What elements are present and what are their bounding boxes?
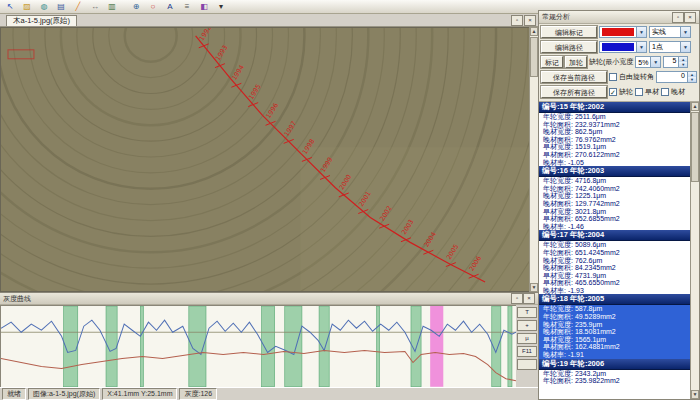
line-style-combo[interactable]: 实线 ▼ [649, 26, 691, 38]
point-color-combo[interactable]: ▼ [599, 41, 647, 53]
save-icon[interactable]: ▤ [53, 0, 69, 13]
tree-ring-image[interactable]: 1992199319941995199619971998199920002001… [1, 28, 529, 291]
fit-tool-button[interactable]: F11 [517, 346, 537, 357]
ring-entry-header[interactable]: 编号:16 年轮:2003 [539, 166, 690, 177]
pan-tool-button[interactable]: + [517, 320, 537, 331]
ring-entry-header[interactable]: 编号:18 年轮:2005 [539, 294, 690, 305]
palette-icon[interactable]: ◧ [196, 0, 212, 13]
scrollbar-thumb[interactable] [530, 37, 538, 77]
ruler-icon[interactable]: ↔ [87, 0, 103, 13]
free-angle-checkbox[interactable]: 自由旋转角 [609, 72, 654, 82]
chevron-down-icon[interactable]: ▼ [680, 27, 690, 37]
analysis-pin-button[interactable]: ▫ [672, 12, 684, 23]
ring-measurement-row: 晚材率: -1.46 [539, 223, 690, 231]
ring-measurement-row: 早材面积: 270.6122mm2 [539, 151, 690, 159]
ring-entry-header[interactable]: 编号:19 年轮:2006 [539, 359, 690, 370]
scroll-up-icon[interactable]: ▲ [691, 102, 699, 111]
ring-measurement-row: 早材面积: 162.4881mm2 [539, 343, 690, 351]
checkbox-缺轮[interactable]: ✓缺轮 [609, 87, 633, 97]
ring-measurement-row: 年轮宽度: 4716.8μm [539, 177, 690, 185]
image-vertical-scrollbar[interactable]: ▲ ▼ [529, 27, 538, 292]
spin-down-icon[interactable]: ▼ [688, 77, 696, 82]
ring-measurement-row: 晚材面积: 84.2345mm2 [539, 264, 690, 272]
checkbox-icon[interactable]: ✓ [609, 88, 617, 96]
status-segment: X:41.1mm Y:25.1mm [102, 388, 177, 400]
checkbox-晚材[interactable]: 晚材 [661, 87, 685, 97]
scrollbar-thumb[interactable] [691, 112, 699, 182]
ring-entry-header[interactable]: 编号:15 年轮:2002 [539, 102, 690, 113]
ring-entry[interactable]: 编号:15 年轮:2002年轮宽度: 2511.6μm年轮面积: 232.937… [539, 102, 690, 166]
checkbox-早材[interactable]: 早材 [635, 87, 659, 97]
checkbox-label: 缺轮 [619, 87, 633, 97]
line-style-value: 实线 [650, 27, 680, 37]
threshold-tool-button[interactable]: T [517, 307, 537, 318]
ring-measurement-row: 年轮面积: 235.9822mm2 [539, 377, 690, 385]
ring-measurement-row: 早材宽度: 1519.1μm [539, 143, 690, 151]
checkbox-icon[interactable] [609, 73, 617, 81]
micron-tool-button[interactable]: µ [517, 333, 537, 344]
chevron-down-icon[interactable]: ▼ [636, 42, 646, 52]
checkbox-label: 晚材 [671, 87, 685, 97]
layers-icon[interactable]: ≡ [179, 0, 195, 13]
gray-curve-panel: 灰度曲线 ▫ × T+µF11 ◀ ▶ [0, 292, 538, 390]
missing-ring-percent-combo[interactable]: 5% ▼ [635, 56, 661, 68]
circle-tool-icon[interactable]: ○ [145, 0, 161, 13]
ring-entry[interactable]: 编号:19 年轮:2006年轮宽度: 2343.2μm年轮面积: 235.982… [539, 359, 690, 385]
scroll-down-icon[interactable]: ▼ [691, 390, 699, 399]
more-dropdown-icon[interactable]: ▾ [213, 0, 229, 13]
panel-close-icon[interactable]: × [523, 293, 535, 304]
analysis-close-icon[interactable]: × [684, 12, 696, 23]
pin-button[interactable]: ▫ [511, 15, 523, 26]
wood-image-view[interactable]: 1992199319941995199619971998199920002001… [0, 27, 529, 292]
spin-down-icon[interactable]: ▼ [679, 62, 687, 67]
open-folder-icon[interactable]: ▨ [19, 0, 35, 13]
ring-entry[interactable]: 编号:16 年轮:2003年轮宽度: 4716.8μm年轮面积: 742.406… [539, 166, 690, 230]
pencil-icon[interactable]: ╱ [70, 0, 86, 13]
save-all-paths-button[interactable]: 保存所有路径 [541, 86, 607, 98]
text-tool-icon[interactable]: A [162, 0, 178, 13]
missing-ring-spinner[interactable]: 5 ▲▼ [663, 56, 688, 68]
missing-ring-percent-value: 5% [636, 59, 650, 66]
globe-icon[interactable]: ◍ [36, 0, 52, 13]
ring-measurement-row: 晚材率: -1.05 [539, 159, 690, 167]
gray-curve-title: 灰度曲线 [3, 294, 31, 304]
scroll-down-icon[interactable]: ▼ [530, 283, 538, 292]
close-icon[interactable]: × [524, 15, 536, 26]
ring-measurement-row: 早材宽度: 1565.1μm [539, 336, 690, 344]
edit-path-button[interactable]: 编辑路径 [541, 41, 597, 53]
ring-entry[interactable]: 编号:18 年轮:2005年轮宽度: 587.8μm年轮面积: 49.5289m… [539, 294, 690, 358]
edit-mark-button[interactable]: 编辑标记 [541, 26, 597, 38]
chevron-down-icon[interactable]: ▼ [636, 27, 646, 37]
scroll-up-icon[interactable]: ▲ [530, 27, 538, 36]
ring-measurement-row: 年轮面积: 651.4245mm2 [539, 249, 690, 257]
free-angle-spinner[interactable]: 0 ▲▼ [656, 71, 697, 83]
gray-curve-chart[interactable] [1, 306, 516, 387]
ring-entry-header[interactable]: 编号:17 年轮:2004 [539, 230, 690, 241]
line-color-swatch [602, 28, 634, 36]
mark-button[interactable]: 标记 [541, 56, 563, 68]
document-tab[interactable]: 木a-1-5.jpg(原始) [6, 15, 77, 26]
panel-pin-button[interactable]: ▫ [511, 293, 523, 304]
ring-measurement-row: 晚材宽度: 1225.1μm [539, 192, 690, 200]
ring-entry[interactable]: 编号:17 年轮:2004年轮宽度: 5089.6μm年轮面积: 651.424… [539, 230, 690, 294]
status-segment: 就绪 [2, 388, 26, 400]
status-segment: 图像:a-1-5.jpg(原始) [28, 388, 100, 400]
checkbox-icon[interactable] [661, 88, 669, 96]
checkbox-icon[interactable] [635, 88, 643, 96]
status-bar: 就绪图像:a-1-5.jpg(原始)X:41.1mm Y:25.1mm灰度:12… [0, 387, 538, 400]
ring-measurement-list[interactable]: 编号:15 年轮:2002年轮宽度: 2511.6μm年轮面积: 232.937… [539, 102, 690, 399]
add-ring-button[interactable]: 加轮 [565, 56, 587, 68]
save-path-button[interactable]: 保存当前路径 [541, 71, 607, 83]
chevron-down-icon[interactable]: ▼ [650, 57, 660, 67]
ring-measurement-row: 早材面积: 652.6855mm2 [539, 215, 690, 223]
ring-measurement-row: 晚材宽度: 235.9μm [539, 321, 690, 329]
zoom-in-icon[interactable]: ⊕ [128, 0, 144, 13]
extra-tool-button[interactable] [517, 359, 537, 370]
ring-measurement-row: 晚材面积: 18.5081mm2 [539, 328, 690, 336]
list-vertical-scrollbar[interactable]: ▲ ▼ [690, 102, 699, 399]
line-color-combo[interactable]: ▼ [599, 26, 647, 38]
point-style-combo[interactable]: 1点 ▼ [649, 41, 691, 53]
chevron-down-icon[interactable]: ▼ [680, 42, 690, 52]
chart-icon[interactable]: ▥ [104, 0, 120, 13]
select-icon[interactable]: ↖ [2, 0, 18, 13]
